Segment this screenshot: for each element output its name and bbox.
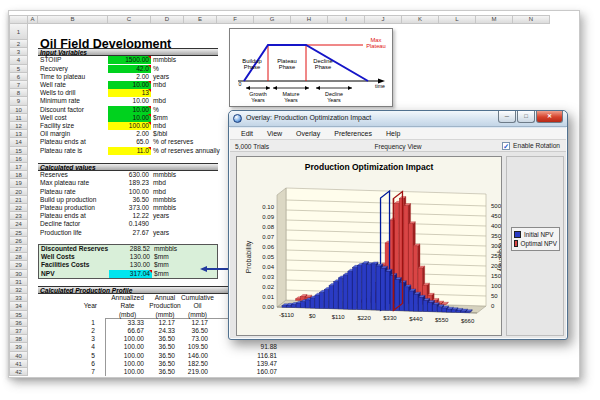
profile-col-header: (mbd): [105, 311, 150, 319]
growth-years-span: [246, 86, 250, 90]
profile-col-header: (mmb): [149, 311, 181, 319]
cell-label: Plateau ends at: [40, 212, 108, 220]
column-header-N[interactable]: N: [513, 15, 550, 24]
profile-cell: 2: [38, 327, 101, 335]
chart-frame: Production Optimization Impact0.000.010.…: [236, 156, 502, 336]
histogram-bar: [371, 264, 375, 310]
histogram-bar: [338, 278, 342, 309]
menu-bar: EditViewOverlayPreferencesHelp: [230, 128, 566, 140]
enable-rotation-control[interactable]: ✓ Enable Rotation: [502, 142, 560, 150]
cell-value[interactable]: 11.0: [108, 147, 151, 155]
section-header-input-variables: Input Variables: [38, 48, 218, 56]
rotation-checkbox[interactable]: ✓: [502, 142, 510, 150]
column-header-B[interactable]: B: [38, 15, 108, 24]
cell-unit: $mm: [154, 253, 214, 261]
histogram-bar: [282, 306, 286, 308]
profile-cell: 100.00: [105, 335, 150, 343]
crystal-ball-icon: [233, 114, 242, 123]
profile-cell: 7: [38, 368, 101, 376]
cell-label: Time to plateau: [40, 73, 108, 81]
plateau-phase-label: Phase: [279, 64, 295, 70]
comment-marker: [148, 65, 151, 68]
column-header-K[interactable]: K: [402, 15, 439, 24]
comment-marker: [148, 89, 151, 92]
profile-col-header: Year: [38, 302, 101, 310]
column-header-C[interactable]: C: [108, 15, 151, 24]
profile-cell: 160.07: [249, 368, 283, 376]
menu-item-overlay[interactable]: Overlay: [289, 128, 327, 139]
profile-cell: 100.00: [105, 360, 150, 368]
x-tick: $220: [357, 315, 371, 321]
probability-tick: 0.02: [262, 284, 274, 290]
cell-value[interactable]: 100.00: [108, 122, 151, 130]
probability-tick: 0.04: [262, 264, 274, 270]
x-tick: $330: [383, 315, 397, 321]
column-header-E[interactable]: E: [184, 15, 217, 24]
cell-value: 630.00: [108, 171, 151, 179]
cell-value: 2.00: [108, 73, 151, 81]
cell-value[interactable]: 10.00: [108, 81, 151, 89]
menu-item-view[interactable]: View: [260, 128, 289, 139]
cell-value[interactable]: 1500.00: [108, 56, 151, 64]
buildup-phase-label: Phase: [244, 64, 260, 70]
histogram-bar: [362, 264, 366, 310]
histogram-bar: [329, 286, 333, 309]
column-header-D[interactable]: D: [151, 15, 184, 24]
legend-item-initial-npv: Initial NPV: [514, 230, 557, 239]
profile-cell: 73.00: [181, 335, 214, 343]
profile-col-header: Annual: [149, 294, 181, 302]
column-header-H[interactable]: H: [291, 15, 328, 24]
cell-value[interactable]: 10.00: [108, 114, 151, 122]
cell-label: Decline factor: [40, 220, 108, 228]
menu-item-preferences[interactable]: Preferences: [327, 128, 379, 139]
histogram-bar: [456, 310, 460, 312]
column-header-J[interactable]: J: [365, 15, 402, 24]
histogram-bar: [433, 305, 437, 312]
maximize-button[interactable]: □: [517, 111, 535, 123]
profile-cell: 219.00: [181, 368, 214, 376]
histogram-bar: [348, 271, 352, 309]
column-header-M[interactable]: M: [476, 15, 513, 24]
column-header-G[interactable]: G: [254, 15, 291, 24]
cell-value[interactable]: 10.00: [108, 106, 151, 114]
probability-tick: 0.08: [262, 224, 274, 230]
frequency-tick: 450: [491, 213, 501, 219]
cell-value[interactable]: 42.0: [108, 65, 151, 73]
column-header-L[interactable]: L: [439, 15, 476, 24]
close-button[interactable]: ✕: [536, 111, 563, 123]
origin-label: 0: [239, 81, 242, 87]
frequency-tick: 150: [491, 273, 501, 279]
column-header-F[interactable]: F: [217, 15, 254, 24]
plateau-phase-label: Plateau: [277, 58, 297, 64]
comment-marker: [148, 56, 151, 59]
histogram-bar: [291, 304, 295, 307]
histogram-bar: [442, 304, 446, 305]
histogram-bar: [287, 305, 291, 307]
histogram-bar: [400, 283, 404, 311]
probability-tick: 0.00: [262, 304, 274, 310]
x-tick: $0: [309, 313, 316, 319]
cell-value[interactable]: 13: [108, 89, 151, 97]
cell-value: 373.00: [108, 204, 151, 212]
cell-label: Oil margin: [40, 130, 108, 138]
cell-value: 0.1490: [108, 220, 151, 228]
column-header-I[interactable]: I: [328, 15, 365, 24]
menu-item-help[interactable]: Help: [379, 128, 407, 139]
histogram-bar: [367, 265, 371, 310]
profile-cell: 36.50: [149, 360, 181, 368]
profile-cell: 36.50: [149, 368, 181, 376]
column-header-A[interactable]: A: [28, 15, 38, 24]
section-header-calculated-values: Calculated values: [38, 163, 218, 171]
cell-label: Facility size: [40, 122, 108, 130]
minimize-button[interactable]: ─: [498, 111, 516, 123]
phase-diagram-svg: time0MaxPlateauBuildupPhasePlateauPhaseD…: [230, 29, 392, 106]
probability-tick: 0.09: [262, 214, 274, 220]
menu-item-edit[interactable]: Edit: [234, 128, 260, 139]
cell-label: Wells to drill: [40, 89, 108, 97]
max-plateau-label: Plateau: [366, 43, 386, 49]
decline-phase-label: Phase: [315, 64, 331, 70]
cell-value[interactable]: 317.04: [109, 270, 152, 278]
cell-label: Build up production: [40, 196, 108, 204]
cell-value: 100.00: [108, 188, 151, 196]
cell-label: Minimum rate: [40, 97, 108, 105]
